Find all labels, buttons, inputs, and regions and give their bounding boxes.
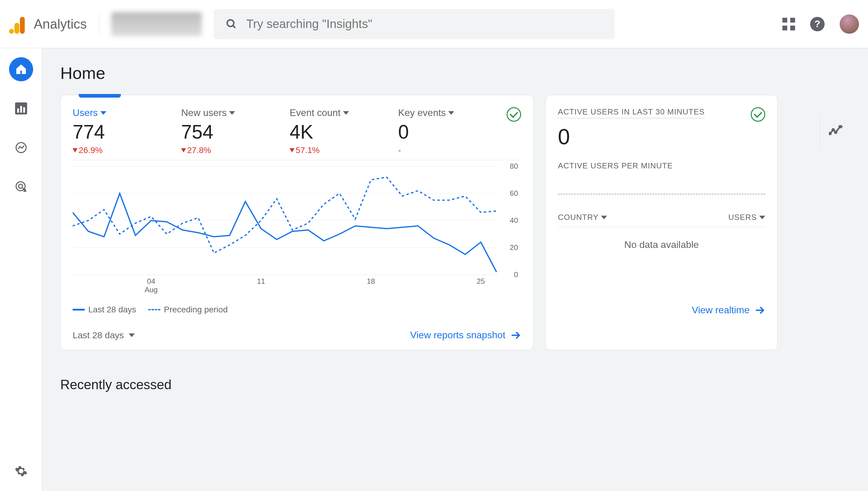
metric-label[interactable]: Event count <box>290 107 398 118</box>
target-icon <box>15 181 27 193</box>
search-bar[interactable] <box>214 9 615 39</box>
realtime-sparkline <box>558 179 765 195</box>
nav-home[interactable] <box>9 57 33 81</box>
arrow-right-icon <box>754 305 765 316</box>
verified-badge-icon[interactable] <box>507 107 521 122</box>
metric-value: 0 <box>398 121 507 143</box>
metric-value: 774 <box>73 121 181 143</box>
users-trend-chart[interactable]: 02040608004Aug111825 <box>73 163 521 296</box>
chevron-down-icon <box>129 334 135 337</box>
svg-point-7 <box>835 131 837 133</box>
svg-text:20: 20 <box>510 243 518 252</box>
metric-value: 4K <box>290 121 398 143</box>
realtime-title: ACTIVE USERS IN LAST 30 MINUTES <box>558 107 705 118</box>
metric-new-users[interactable]: New users 754 27.8% <box>181 107 290 155</box>
chevron-down-icon <box>343 111 349 115</box>
date-range-selector[interactable]: Last 28 days <box>73 330 135 340</box>
verified-badge-icon[interactable] <box>751 107 765 122</box>
chevron-down-icon <box>448 111 454 115</box>
insights-button[interactable] <box>819 114 850 149</box>
legend-preceding: Preceding period <box>164 305 228 315</box>
chevron-down-icon <box>229 111 235 115</box>
chevron-down-icon <box>759 216 765 219</box>
realtime-value: 0 <box>558 124 765 149</box>
active-tab-indicator <box>79 94 121 97</box>
svg-line-1 <box>233 25 235 28</box>
svg-text:80: 80 <box>510 163 518 170</box>
legend-current: Last 28 days <box>88 305 136 315</box>
svg-text:11: 11 <box>257 277 265 285</box>
metric-label[interactable]: New users <box>181 107 290 118</box>
app-header: Analytics ? <box>0 0 868 48</box>
search-icon <box>226 18 237 30</box>
home-icon <box>15 63 27 75</box>
brand-name: Analytics <box>34 17 87 32</box>
analytics-logo-icon <box>9 15 28 34</box>
metric-event-count[interactable]: Event count 4K 57.1% <box>290 107 398 155</box>
page-title: Home <box>60 63 850 83</box>
property-selector[interactable] <box>111 12 202 36</box>
svg-point-4 <box>18 184 22 188</box>
metric-label[interactable]: Key events <box>398 107 507 118</box>
realtime-col-country[interactable]: COUNTRY <box>558 213 607 222</box>
svg-text:04: 04 <box>147 277 155 285</box>
divider <box>99 13 99 35</box>
metric-users[interactable]: Users 774 26.9% <box>73 107 181 155</box>
metrics-card: Users 774 26.9%New users 754 27.8%Event … <box>60 95 533 350</box>
nav-advertising[interactable] <box>9 175 33 199</box>
user-avatar[interactable] <box>840 15 859 34</box>
svg-text:25: 25 <box>477 277 485 285</box>
empty-state: No data available <box>558 236 765 305</box>
help-icon[interactable]: ? <box>810 17 824 31</box>
main-content: Home Users 774 26.9%New users 754 27.8%E… <box>42 48 868 491</box>
reports-icon <box>15 103 27 114</box>
gear-icon <box>15 464 28 478</box>
svg-point-6 <box>833 129 834 131</box>
arrow-right-icon <box>510 330 521 341</box>
svg-text:18: 18 <box>367 277 375 285</box>
insights-icon <box>829 123 844 139</box>
svg-text:Aug: Aug <box>145 286 158 294</box>
svg-point-0 <box>227 20 234 26</box>
realtime-col-users[interactable]: USERS <box>728 213 765 222</box>
apps-icon[interactable] <box>782 18 795 30</box>
svg-text:0: 0 <box>514 270 518 279</box>
svg-point-5 <box>829 133 831 134</box>
explore-icon <box>15 142 27 154</box>
realtime-card: ACTIVE USERS IN LAST 30 MINUTES 0 ACTIVE… <box>545 95 778 350</box>
metric-key-events[interactable]: Key events 0 - <box>398 107 507 155</box>
chevron-down-icon <box>601 216 607 219</box>
view-reports-snapshot-link[interactable]: View reports snapshot <box>410 329 521 341</box>
sidebar <box>0 48 42 491</box>
nav-admin[interactable] <box>15 464 28 479</box>
svg-text:60: 60 <box>510 189 518 197</box>
metric-value: 754 <box>181 121 290 143</box>
realtime-subtitle: ACTIVE USERS PER MINUTE <box>558 161 765 171</box>
search-input[interactable] <box>246 17 603 31</box>
logo-block[interactable]: Analytics <box>9 15 87 34</box>
svg-text:40: 40 <box>510 216 518 224</box>
nav-explore[interactable] <box>9 136 33 160</box>
metric-label[interactable]: Users <box>73 107 181 118</box>
view-realtime-link[interactable]: View realtime <box>692 305 765 316</box>
nav-reports[interactable] <box>9 96 33 120</box>
chart-legend: Last 28 days Preceding period <box>73 305 521 315</box>
chevron-down-icon <box>101 111 106 115</box>
recently-accessed-heading: Recently accessed <box>60 377 850 392</box>
